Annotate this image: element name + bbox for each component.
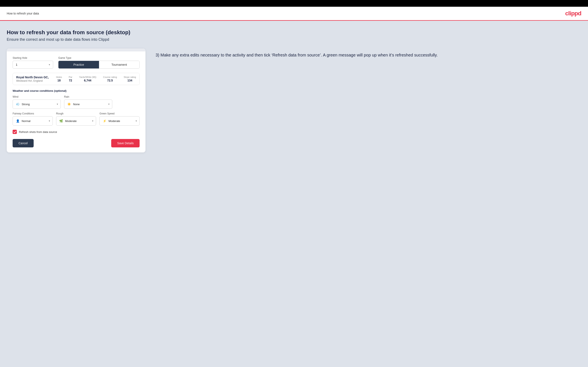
practice-button[interactable]: Practice: [59, 61, 99, 68]
yards-label: Yards/White (M)): [79, 76, 96, 78]
game-type-label: Game Type: [58, 57, 140, 59]
content-row: Starting Hole 1 ▾ Game Type Practice Tou…: [7, 49, 581, 152]
fairway-rough-green-row: Fairway Conditions 👤 Normal ▾ Rough: [13, 112, 140, 125]
game-type-buttons: Practice Tournament: [58, 61, 140, 69]
spacer: [116, 95, 140, 109]
wind-icon: 💨: [15, 102, 20, 107]
game-type-group: Game Type Practice Tournament: [58, 57, 140, 69]
refresh-checkbox-label: Refresh shots from data source: [19, 130, 57, 133]
form-card: Starting Hole 1 ▾ Game Type Practice Tou…: [7, 49, 146, 152]
rough-select[interactable]: 🌿 Moderate ▾: [56, 116, 96, 125]
course-info: Royal North Devon GC, Westward Ho!, Engl…: [16, 75, 56, 82]
logo: clippd: [565, 10, 581, 17]
side-note: 3) Make any extra edits necessary to the…: [156, 49, 581, 58]
starting-hole-label: Starting Hole: [13, 57, 53, 59]
rough-chevron: ▾: [92, 119, 93, 122]
rough-select-label: 🌿 Moderate: [59, 119, 77, 123]
save-button[interactable]: Save Details: [111, 139, 140, 147]
wind-select[interactable]: 💨 Strong ▾: [13, 100, 61, 109]
form-actions: Cancel Save Details: [13, 138, 140, 147]
wind-select-label: 💨 Strong: [15, 102, 30, 107]
fairway-select[interactable]: 👤 Normal ▾: [13, 116, 53, 125]
header: How to refresh your data clippd: [0, 7, 588, 21]
wind-label: Wind: [13, 95, 61, 98]
green-speed-value: Moderate: [108, 119, 120, 123]
top-bar: [0, 0, 588, 7]
refresh-checkbox-row: Refresh shots from data source: [13, 130, 140, 134]
wind-rain-row: Wind 💨 Strong ▾ Rain: [13, 95, 140, 109]
slope-rating-value: 134: [127, 79, 132, 82]
main-content: How to refresh your data from source (de…: [0, 21, 588, 367]
rain-value: None: [73, 103, 80, 106]
par-label: Par: [69, 76, 72, 78]
rough-label: Rough: [56, 112, 96, 115]
page-heading: How to refresh your data from source (de…: [7, 29, 581, 36]
course-row: Royal North Devon GC, Westward Ho!, Engl…: [13, 73, 139, 85]
fairway-chevron: ▾: [49, 119, 50, 122]
green-speed-select[interactable]: ⚡ Moderate ▾: [99, 116, 140, 125]
course-table: Royal North Devon GC, Westward Ho!, Engl…: [13, 73, 140, 85]
course-stats: Holes 18 Par 72 Yards/White (M)) 6,744: [56, 76, 136, 82]
green-speed-select-label: ⚡ Moderate: [102, 119, 120, 123]
conditions-title: Weather and course conditions (optional): [13, 89, 140, 92]
refresh-checkbox[interactable]: [13, 130, 17, 134]
yards-value: 6,744: [84, 79, 91, 82]
wind-group: Wind 💨 Strong ▾: [13, 95, 61, 109]
course-name: Royal North Devon GC,: [16, 75, 56, 79]
green-speed-chevron: ▾: [136, 119, 137, 122]
rough-value: Moderate: [65, 119, 77, 123]
fairway-label: Fairway Conditions: [13, 112, 53, 115]
fairway-value: Normal: [22, 119, 30, 123]
conditions-section: Weather and course conditions (optional)…: [13, 89, 140, 125]
holes-value: 18: [57, 79, 61, 82]
rain-icon: ☀️: [67, 102, 71, 107]
green-speed-label: Green Speed: [99, 112, 140, 115]
cancel-button[interactable]: Cancel: [13, 139, 34, 147]
holes-stat: Holes 18: [56, 76, 62, 82]
starting-hole-gametype-row: Starting Hole 1 ▾ Game Type Practice Tou…: [13, 57, 140, 69]
yards-stat: Yards/White (M)) 6,744: [79, 76, 96, 82]
rain-chevron: ▾: [108, 103, 110, 106]
course-rating-stat: Course rating 72.5: [103, 76, 117, 82]
course-rating-label: Course rating: [103, 76, 117, 78]
rough-icon: 🌿: [59, 119, 63, 123]
starting-hole-group: Starting Hole 1 ▾: [13, 57, 53, 69]
checkmark-icon: [13, 131, 16, 133]
slope-rating-label: Slope rating: [124, 76, 136, 78]
rain-group: Rain ☀️ None ▾: [64, 95, 112, 109]
rain-select[interactable]: ☀️ None ▾: [64, 100, 112, 109]
green-speed-icon: ⚡: [102, 119, 107, 123]
page-subheading: Ensure the correct and most up to date d…: [7, 37, 581, 42]
rain-label: Rain: [64, 95, 112, 98]
starting-hole-value: 1: [16, 63, 17, 66]
form-card-inner: Starting Hole 1 ▾ Game Type Practice Tou…: [7, 51, 146, 152]
header-title: How to refresh your data: [7, 12, 39, 15]
tournament-button[interactable]: Tournament: [99, 61, 139, 68]
rain-select-label: ☀️ None: [67, 102, 80, 107]
rough-group: Rough 🌿 Moderate ▾: [56, 112, 96, 125]
green-speed-group: Green Speed ⚡ Moderate ▾: [99, 112, 140, 125]
fairway-icon: 👤: [15, 119, 20, 123]
slope-rating-stat: Slope rating 134: [124, 76, 136, 82]
fairway-group: Fairway Conditions 👤 Normal ▾: [13, 112, 53, 125]
starting-hole-select[interactable]: 1 ▾: [13, 61, 53, 69]
fairway-select-label: 👤 Normal: [15, 119, 30, 123]
holes-label: Holes: [56, 76, 62, 78]
par-value: 72: [69, 79, 72, 82]
wind-value: Strong: [22, 103, 30, 106]
starting-hole-chevron: ▾: [49, 63, 50, 66]
par-stat: Par 72: [69, 76, 72, 82]
side-note-text: 3) Make any extra edits necessary to the…: [156, 52, 581, 58]
course-rating-value: 72.5: [107, 79, 113, 82]
wind-chevron: ▾: [57, 103, 58, 106]
course-location: Westward Ho!, England: [16, 79, 56, 82]
